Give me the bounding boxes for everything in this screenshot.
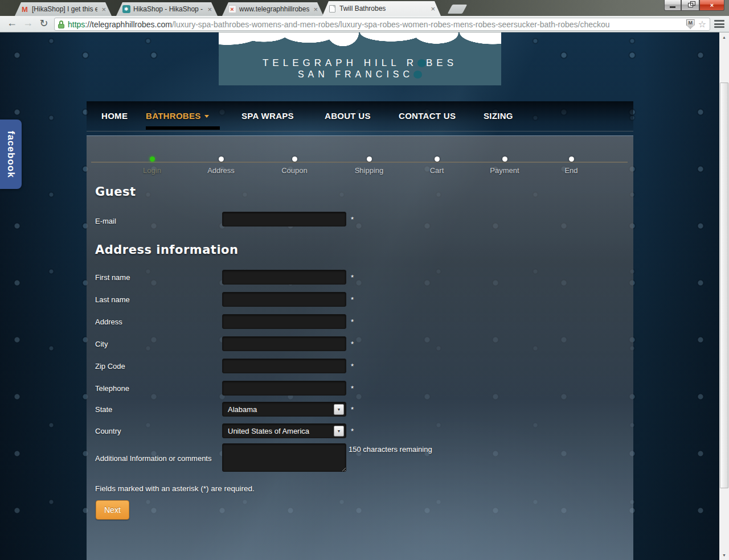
new-tab-button[interactable] xyxy=(448,5,468,14)
nav-item-sizing[interactable]: SIZING xyxy=(484,111,513,121)
telephone-field[interactable] xyxy=(222,381,346,396)
logo-skyline-art xyxy=(219,32,501,55)
checkout-panel: Login Address Coupon Shipping Cart Payme… xyxy=(87,135,633,560)
telephone-label: Telephone xyxy=(95,384,129,393)
step-login[interactable]: Login xyxy=(118,157,186,175)
scroll-up-icon[interactable]: ▲ xyxy=(719,32,729,42)
tab-telegraphhillrobes[interactable]: × www.telegraphhillrobes.co × xyxy=(222,2,323,16)
step-dot xyxy=(435,157,440,162)
browser-tabstrip: M [HikaShop] I get this error × ✱ HikaSh… xyxy=(0,0,729,16)
required-asterisk: * xyxy=(351,405,354,414)
scrollbar-thumb[interactable] xyxy=(720,83,728,488)
nav-item-about-us[interactable]: ABOUT US xyxy=(325,111,371,121)
tab-title: [HikaShop] I get this error xyxy=(32,5,97,13)
city-field[interactable] xyxy=(222,336,346,351)
page-scrollbar[interactable]: ▲ ▼ xyxy=(719,32,729,560)
state-select-value: Alabama xyxy=(228,405,257,414)
step-dot xyxy=(292,157,297,162)
close-icon[interactable]: × xyxy=(100,5,107,14)
comments-label: Additional Information or comments xyxy=(95,454,211,463)
state-select[interactable]: Alabama ▼ xyxy=(222,402,346,417)
site-logo[interactable]: TELEGRAPH HILL ROBES SAN FRANCISCO xyxy=(219,32,501,85)
logo-title: TELEGRAPH HILL ROBES xyxy=(219,57,501,69)
last-name-label: Last name xyxy=(95,295,130,304)
zip-code-field[interactable] xyxy=(222,359,346,373)
logo-o-mark: O xyxy=(417,59,426,67)
close-icon[interactable]: × xyxy=(312,5,319,14)
chevron-down-icon xyxy=(204,115,209,118)
city-label: City xyxy=(95,340,108,348)
gmail-icon: M xyxy=(21,5,29,14)
required-fields-note: Fields marked with an asterisk (*) are r… xyxy=(95,484,255,493)
active-nav-underline xyxy=(146,126,220,130)
browser-toolbar: ← → ↻ https://telegraphhillrobes.com/lux… xyxy=(0,16,729,32)
tab-title: www.telegraphhillrobes.co xyxy=(239,5,309,13)
step-dot-current xyxy=(150,157,155,162)
required-asterisk: * xyxy=(351,273,354,282)
step-end[interactable]: End xyxy=(537,157,605,175)
https-padlock-icon[interactable] xyxy=(58,20,64,28)
last-name-field[interactable] xyxy=(222,292,346,307)
country-label: Country xyxy=(95,427,121,435)
required-asterisk: * xyxy=(351,340,354,348)
email-field[interactable] xyxy=(222,212,346,227)
facebook-badge-label: facebook xyxy=(5,131,17,178)
nav-item-bathrobes[interactable]: BATHROBES xyxy=(146,111,209,121)
forward-icon[interactable]: → xyxy=(21,17,35,29)
main-navigation: HOME BATHROBES SPA WRAPS ABOUT US CONTAC… xyxy=(87,101,633,131)
restore-button[interactable] xyxy=(681,0,699,11)
tab-title: Twill Bathrobes xyxy=(339,5,427,13)
step-address[interactable]: Address xyxy=(187,157,255,175)
guest-heading: Guest xyxy=(95,185,136,199)
step-dot xyxy=(502,157,507,162)
next-button[interactable]: Next xyxy=(96,500,129,520)
first-name-label: First name xyxy=(95,273,130,282)
nav-item-contact-us[interactable]: CONTACT US xyxy=(399,111,456,121)
step-dot xyxy=(219,157,224,162)
tab-twill-bathrobes-active[interactable]: Twill Bathrobes × xyxy=(322,1,441,16)
step-payment[interactable]: Payment xyxy=(470,157,539,175)
address-field[interactable] xyxy=(222,314,346,329)
window-controls: × xyxy=(664,0,724,11)
address-info-heading: Address information xyxy=(95,243,238,257)
select-arrow-icon[interactable]: ▼ xyxy=(334,404,344,415)
zip-code-label: Zip Code xyxy=(95,362,125,370)
country-select-value: United States of America xyxy=(228,427,309,435)
nav-item-spa-wraps[interactable]: SPA WRAPS xyxy=(241,111,294,121)
close-icon[interactable]: × xyxy=(429,5,436,13)
shield-extension-icon[interactable]: M xyxy=(686,19,695,29)
state-label: State xyxy=(95,405,112,414)
characters-remaining-note: 150 characters remaining xyxy=(349,445,432,454)
step-shipping[interactable]: Shipping xyxy=(335,157,403,175)
first-name-field[interactable] xyxy=(222,270,346,285)
step-dot xyxy=(367,157,372,162)
bookmark-star-icon[interactable]: ☆ xyxy=(698,19,706,30)
step-cart[interactable]: Cart xyxy=(403,157,471,175)
comments-textarea[interactable] xyxy=(222,443,346,472)
page-background: facebook TELEGRAPH HILL ROBES SAN FRANCI… xyxy=(0,32,729,560)
scroll-down-icon[interactable]: ▼ xyxy=(719,550,729,560)
hikashop-icon: ✱ xyxy=(122,5,130,13)
joomla-icon: × xyxy=(228,5,236,13)
address-bar[interactable]: https://telegraphhillrobes.com/luxury-sp… xyxy=(54,18,710,31)
step-dot xyxy=(569,157,574,162)
address-label: Address xyxy=(95,318,122,326)
close-window-button[interactable]: × xyxy=(699,0,724,11)
tab-hikashop[interactable]: ✱ HikaShop - HikaShop - Re × xyxy=(116,2,218,16)
email-label: E-mail xyxy=(95,217,116,225)
country-select[interactable]: United States of America ▼ xyxy=(222,423,346,438)
required-asterisk: * xyxy=(351,384,354,393)
step-coupon[interactable]: Coupon xyxy=(260,157,329,175)
nav-item-home[interactable]: HOME xyxy=(101,111,128,121)
select-arrow-icon[interactable]: ▼ xyxy=(334,426,344,437)
close-icon[interactable]: × xyxy=(206,5,213,14)
browser-menu-icon[interactable] xyxy=(713,19,726,29)
minimize-button[interactable] xyxy=(664,0,681,11)
tab-gmail[interactable]: M [HikaShop] I get this error × xyxy=(15,2,112,16)
reload-icon[interactable]: ↻ xyxy=(36,17,51,30)
back-icon[interactable]: ← xyxy=(5,17,19,29)
url-text[interactable]: https://telegraphhillrobes.com/luxury-sp… xyxy=(68,20,684,29)
logo-subtitle: SAN FRANCISCO xyxy=(219,69,501,80)
facebook-badge[interactable]: facebook xyxy=(0,120,22,189)
page-icon xyxy=(329,5,335,13)
